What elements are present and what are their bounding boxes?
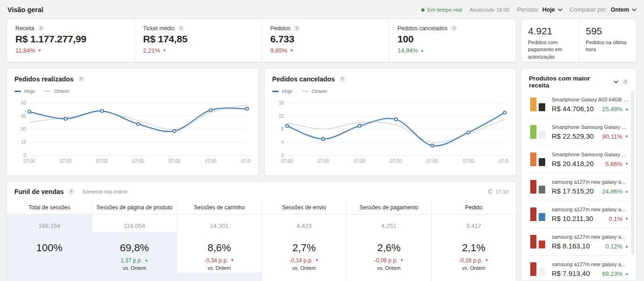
funnel-sessions-count: 166.154: [7, 214, 92, 229]
refresh-icon: [487, 189, 493, 194]
funnel-change: -0,09 p.p.▼: [347, 257, 431, 264]
phone-image-shape: [530, 262, 537, 276]
compare-value: Ontem: [610, 7, 629, 13]
funnel-column-3: Sessões de carrinho14.3018,6%-0,34 p.p.▼…: [177, 201, 261, 281]
chart-title-text: Pedidos cancelados: [272, 75, 335, 83]
svg-text:16: 16: [279, 100, 284, 106]
chevron-down-icon[interactable]: [614, 80, 618, 83]
funnel-table: Total de sessões166.154100%Sessões de pá…: [7, 201, 516, 281]
product-info: Smartphone Samsung Galaxy A32 12…R$ 20.4…: [552, 152, 629, 167]
funnel-column-body: 166.154100%: [7, 214, 92, 281]
kpi-receita: Receita?R$ 1.177.277,9911,84%▼: [7, 19, 134, 62]
legend-swatch: [302, 91, 308, 92]
refresh-control[interactable]: 17:10: [487, 189, 508, 194]
products-title: Produtos com maior receita: [529, 75, 610, 89]
funnel-column-header: Pedido: [432, 201, 516, 214]
accessory-image-shape: [539, 268, 545, 276]
triangle-down-icon: ▼: [230, 259, 234, 262]
svg-text:07:00: 07:00: [499, 159, 508, 164]
compare-control: Comparar por: Ontem: [570, 7, 637, 13]
help-icon[interactable]: ?: [78, 76, 84, 82]
svg-text:60: 60: [21, 100, 27, 106]
product-thumbnail: [529, 206, 547, 223]
chevron-down-icon: [632, 8, 637, 11]
funnel-percentage: 8,6%: [177, 242, 261, 254]
help-icon[interactable]: ?: [451, 25, 457, 32]
svg-text:07:00: 07:00: [60, 159, 71, 164]
funnel-column-body: 116.05469,8%1,37 p.p.▲vs. Ontem: [92, 214, 177, 281]
help-icon[interactable]: ?: [339, 76, 346, 82]
triangle-up-icon: ▲: [625, 272, 629, 276]
product-list-item[interactable]: Smartphone Samsung Galaxy A22 12…R$ 22.5…: [529, 118, 629, 146]
funnel-change: -0,14 p.p.▼: [262, 257, 346, 264]
legend-item-ontem[interactable]: Ontem: [302, 88, 327, 94]
funnel-column-header: Total de sessões: [7, 201, 92, 214]
funnel-column-1: Total de sessões166.154100%: [7, 201, 92, 281]
kpi-change-value: 2,21%: [143, 47, 160, 54]
product-price-row: R$ 20.418,205,66%▼: [552, 160, 629, 167]
triangle-down-icon: ▼: [625, 162, 629, 166]
product-change-value: 69,23%: [602, 270, 623, 277]
product-list-item[interactable]: samsung a127m new galaxy a12 64gb…R$ 8.1…: [529, 228, 629, 255]
help-icon[interactable]: ?: [68, 188, 75, 195]
help-icon[interactable]: ?: [38, 25, 44, 32]
svg-text:07:00: 07:00: [132, 159, 144, 164]
funnel-sessions-count: 3.417: [432, 214, 516, 229]
svg-text:0: 0: [23, 153, 26, 158]
funnel-column-6: Pedido3.4172,1%-0,16 p.p.▼vs. Ontem: [431, 201, 516, 281]
page-title: Visão geral: [7, 6, 43, 13]
realtime-status: Em tempo real: [421, 7, 462, 13]
funnel-column-header: Sessões de envio: [262, 201, 346, 214]
side-stat-label: Pedidos na última hora: [586, 39, 630, 54]
product-list-item[interactable]: Smartphone Galaxy A03 64GB 4G Wi-…R$ 44.…: [529, 91, 629, 118]
svg-text:07:00: 07:00: [205, 159, 217, 164]
product-name: samsung a127m new galaxy a12 64gb…: [552, 179, 629, 185]
product-price-row: R$ 17.515,2024,86%▲: [552, 187, 629, 195]
product-revenue: R$ 7.913,40: [552, 269, 590, 277]
line-chart-pedidos-cancelados: 048121607:0007:0007:0007:0007:0007:0007:…: [272, 96, 508, 166]
triangle-down-icon: ▼: [315, 259, 319, 262]
realtime-label: Em tempo real: [427, 7, 462, 13]
svg-text:8: 8: [281, 127, 284, 132]
kpi-value: 100: [397, 33, 507, 45]
product-list-item[interactable]: samsung a127m new galaxy a12 64gb…R$ 7.9…: [529, 255, 629, 281]
kpi-change-value: 11,84%: [15, 47, 35, 54]
legend-item-ontem[interactable]: Ontem: [44, 88, 69, 94]
product-thumbnail: [529, 233, 547, 251]
legend-label: Hoje: [282, 88, 293, 94]
triangle-down-icon: ▼: [625, 217, 629, 221]
product-info: samsung a127m new galaxy a12 64gb…R$ 10.…: [552, 207, 629, 222]
legend-item-hoje[interactable]: Hoje: [272, 88, 293, 94]
period-select[interactable]: Hoje: [542, 7, 562, 13]
funnel-change-value: -0,14 p.p.: [289, 257, 313, 264]
accessory-image-shape: [539, 241, 545, 248]
product-list-item[interactable]: samsung a127m new galaxy a12 64gb…R$ 10.…: [529, 201, 629, 228]
svg-text:45: 45: [21, 114, 27, 119]
product-list-item[interactable]: Smartphone Samsung Galaxy A32 12…R$ 20.4…: [529, 146, 629, 173]
product-revenue: R$ 17.515,20: [552, 187, 594, 195]
legend-swatch: [14, 91, 21, 92]
product-revenue: R$ 20.418,20: [552, 160, 594, 167]
kpi-pedidos: Pedidos?6.7339,85%▼: [261, 19, 389, 62]
svg-text:07:00: 07:00: [317, 159, 329, 164]
product-change-value: 25,49%: [602, 106, 623, 113]
legend-item-hoje[interactable]: Hoje: [14, 88, 35, 94]
kpi-change-value: 9,85%: [270, 47, 288, 54]
svg-text:07:00: 07:00: [96, 159, 108, 164]
product-price-row: R$ 10.211,300,1%▼: [552, 214, 629, 222]
triangle-up-icon: ▲: [625, 245, 629, 248]
product-list-item[interactable]: samsung a127m new galaxy a12 64gb…R$ 17.…: [529, 173, 629, 201]
kpi-change: 11,84%▼: [15, 47, 126, 54]
help-icon[interactable]: ?: [294, 25, 300, 32]
phone-image-shape: [530, 180, 537, 194]
vertical-scrollbar[interactable]: [631, 91, 634, 254]
funnel-vs-label: vs. Ontem: [262, 265, 346, 271]
compare-select[interactable]: Ontem: [610, 7, 637, 13]
help-icon[interactable]: ?: [622, 79, 629, 85]
funnel-column-body: 4.4232,7%-0,14 p.p.▼vs. Ontem: [262, 214, 346, 281]
funnel-change-value: 1,37 p.p.: [121, 257, 143, 264]
kpi-label-text: Pedidos: [270, 25, 290, 32]
help-icon[interactable]: ?: [178, 25, 185, 32]
product-change: 25,49%▲: [602, 106, 629, 113]
funnel-column-header: Sessões de carrinho: [177, 201, 261, 214]
